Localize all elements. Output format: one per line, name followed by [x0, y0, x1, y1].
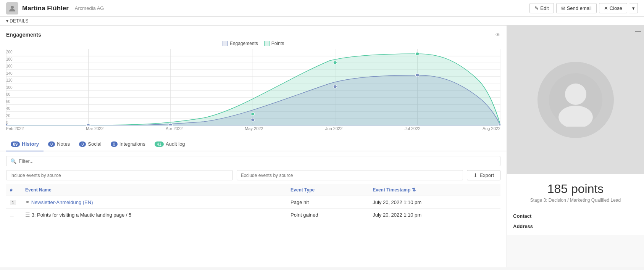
tab-audit-log-label: Audit log	[166, 141, 185, 147]
row-num-1: 1	[6, 196, 21, 209]
row-num-2	[6, 209, 21, 221]
tab-audit-log[interactable]: 41 Audit log	[150, 137, 190, 151]
svg-point-31	[415, 74, 419, 77]
svg-point-28	[169, 124, 172, 125]
main-layout: Engagements 👁 Engagements Points	[0, 26, 644, 267]
tab-social-badge: 0	[79, 141, 86, 147]
svg-point-29	[251, 118, 255, 121]
tab-history-badge: 89	[11, 141, 20, 147]
tab-history[interactable]: 89 History	[6, 137, 44, 151]
company-name: Arcmedia AG	[75, 5, 104, 11]
profile-image-area: —	[507, 26, 644, 174]
chart-svg	[6, 49, 500, 125]
filter-bar: 🔍	[6, 156, 500, 166]
send-icon: ✉	[561, 5, 565, 11]
event-timestamp-2: July 20, 2022 1:10 pm	[369, 209, 500, 221]
dropdown-button[interactable]: ▾	[629, 3, 638, 13]
left-panel: Engagements 👁 Engagements Points	[0, 26, 507, 267]
svg-point-34	[565, 84, 586, 105]
svg-point-22	[251, 112, 255, 116]
tab-notes[interactable]: 0 Notes	[44, 137, 74, 151]
contact-label: Contact	[513, 213, 638, 219]
svg-point-23	[333, 61, 337, 64]
chart-x-labels: Feb 2022 Mar 2022 Apr 2022 May 2022 Jun …	[6, 126, 500, 131]
link-icon: ⚭	[25, 199, 30, 205]
table-header-row: # Event Name Event Type Event Timestamp …	[6, 184, 500, 196]
y-axis-labels: 0 20 40 60 80 100 120 140 160 180 200	[6, 49, 13, 125]
chart-legend: Engagements Points	[6, 41, 500, 46]
collapse-right-panel-button[interactable]: —	[635, 28, 641, 35]
points-value: 185 points	[513, 182, 638, 196]
tab-social-label: Social	[88, 141, 101, 147]
event-link-1[interactable]: Newsletter-Anmeldung (EN)	[31, 199, 93, 205]
tab-notes-label: Notes	[57, 141, 70, 147]
details-toggle[interactable]: ▾ DETAILS	[6, 18, 638, 24]
tab-integrations-badge: 0	[111, 141, 118, 147]
col-timestamp: Event Timestamp ⇅	[369, 184, 500, 196]
close-icon: ✕	[604, 5, 608, 11]
table-row: 1 ⚭ Newsletter-Anmeldung (EN) Page hit J…	[6, 196, 500, 209]
event-label-2: 3: Points for visiting a Mautic landing …	[32, 212, 132, 218]
tabs-bar: 89 History 0 Notes 0 Social 0 Integratio…	[0, 137, 507, 151]
contact-avatar	[537, 62, 614, 138]
send-email-button[interactable]: ✉ Send email	[556, 3, 597, 13]
top-bar-left: Martina Flühler Arcmedia AG	[6, 2, 104, 14]
doc-icon: ☰	[25, 212, 30, 218]
event-type-1: Page hit	[287, 196, 369, 209]
legend-points-box	[264, 41, 270, 46]
points-stage: Stage 3: Decision / Marketing Qualified …	[513, 198, 638, 203]
filter-input[interactable]	[19, 158, 496, 164]
contact-name: Martina Flühler	[22, 5, 69, 12]
contact-info-section: Contact Address	[507, 207, 644, 235]
table-row: ☰ 3: Points for visiting a Mautic landin…	[6, 209, 500, 221]
export-button[interactable]: ⬇ Export	[467, 170, 500, 180]
top-bar-actions: ✎ Edit ✉ Send email ✕ Close ▾	[529, 3, 638, 13]
svg-point-0	[11, 6, 14, 9]
svg-point-30	[333, 85, 337, 88]
details-bar: ▾ DETAILS	[0, 17, 644, 26]
event-name-1: ⚭ Newsletter-Anmeldung (EN)	[21, 196, 287, 209]
tab-integrations-label: Integrations	[119, 141, 145, 147]
tab-integrations[interactable]: 0 Integrations	[106, 137, 150, 151]
col-event-name: Event Name	[21, 184, 287, 196]
chart-area: 0 20 40 60 80 100 120 140 160 180 200	[6, 49, 500, 125]
include-events-input[interactable]	[6, 170, 233, 180]
event-type-2: Point gained	[287, 209, 369, 221]
svg-point-27	[87, 124, 90, 125]
history-section: 🔍 ⬇ Export # Event Name Event Type	[0, 151, 507, 226]
legend-engagements-box	[223, 41, 228, 46]
legend-points: Points	[264, 41, 284, 46]
col-event-type: Event Type	[287, 184, 369, 196]
edit-button[interactable]: ✎ Edit	[529, 3, 554, 13]
tab-notes-badge: 0	[48, 141, 55, 147]
right-panel: — 185 points Stage 3: Decision / Marketi…	[507, 26, 644, 267]
tab-history-label: History	[22, 141, 39, 147]
tab-social[interactable]: 0 Social	[74, 137, 106, 151]
sort-icon[interactable]: ⇅	[412, 187, 416, 193]
svg-point-24	[415, 52, 419, 55]
chart-title: Engagements	[6, 32, 41, 38]
exclude-events-input[interactable]	[237, 170, 463, 180]
points-section: 185 points Stage 3: Decision / Marketing…	[507, 174, 644, 207]
address-label: Address	[513, 223, 638, 229]
download-icon: ⬇	[473, 172, 478, 178]
tab-audit-log-badge: 41	[155, 141, 164, 147]
event-timestamp-1: July 20, 2022 1:10 pm	[369, 196, 500, 209]
source-bar: ⬇ Export	[6, 170, 500, 180]
contact-avatar-small	[6, 2, 18, 14]
events-table: # Event Name Event Type Event Timestamp …	[6, 184, 500, 221]
close-button[interactable]: ✕ Close	[599, 3, 627, 13]
event-name-2: ☰ 3: Points for visiting a Mautic landin…	[21, 209, 287, 221]
chart-header: Engagements 👁	[6, 32, 500, 38]
legend-engagements: Engagements	[223, 41, 258, 46]
col-num: #	[6, 184, 21, 196]
chart-section: Engagements 👁 Engagements Points	[0, 26, 507, 137]
eye-icon[interactable]: 👁	[496, 32, 500, 38]
edit-icon: ✎	[534, 5, 539, 11]
search-icon: 🔍	[10, 158, 16, 164]
avatar-svg	[549, 73, 602, 127]
top-bar: Martina Flühler Arcmedia AG ✎ Edit ✉ Sen…	[0, 0, 644, 17]
